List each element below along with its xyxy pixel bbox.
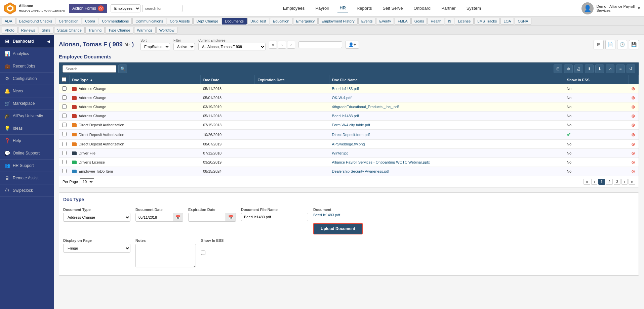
sidebar-item-remote-assist[interactable]: 🖥 Remote Assist: [0, 172, 54, 184]
sidebar-item-news[interactable]: 🔔 News: [0, 85, 54, 97]
subnav-events[interactable]: Events: [358, 18, 376, 25]
sidebar-item-help[interactable]: ❓ Help: [0, 135, 54, 147]
doc-file-link-4[interactable]: Form W-4 city table.pdf: [332, 123, 370, 127]
delete-row-button-7[interactable]: ⊗: [631, 150, 635, 156]
doc-file-link-1[interactable]: OK-W-4.pdf: [332, 96, 352, 100]
upload-document-button[interactable]: Upload Document: [313, 223, 363, 234]
doc-columns-button[interactable]: ≡: [616, 64, 625, 73]
row-checkbox-9[interactable]: [62, 169, 67, 173]
sidebar-item-configuration[interactable]: ⚙ Configuration: [0, 73, 54, 85]
doc-file-link-6[interactable]: APSweblogo.fw.png: [332, 142, 365, 146]
show-ess-checkbox[interactable]: [201, 251, 205, 255]
doc-file-link-5[interactable]: Direct.Deposit.form.pdf: [332, 133, 370, 137]
nav-system[interactable]: System: [465, 4, 483, 12]
doc-file-link-7[interactable]: Winter.jpg: [332, 151, 349, 155]
subnav-everify[interactable]: EVerify: [376, 18, 394, 25]
sidebar-item-hr-support[interactable]: 👥 HR Support: [0, 160, 54, 172]
display-page-select[interactable]: Fringe: [63, 244, 130, 253]
exp-date-calendar-button[interactable]: 📅: [226, 213, 236, 221]
last-page-button[interactable]: »: [629, 179, 635, 185]
subnav-status-change[interactable]: Status Change: [54, 27, 85, 34]
col-show-ess[interactable]: Show In ESS: [564, 75, 628, 84]
subnav-fmla[interactable]: FMLA: [395, 18, 410, 25]
nav-hr[interactable]: HR: [337, 4, 348, 12]
per-page-select[interactable]: 10 25 50: [80, 178, 94, 185]
list-view-button[interactable]: 📄: [605, 40, 615, 49]
subnav-goals[interactable]: Goals: [411, 18, 427, 25]
notes-textarea[interactable]: [135, 244, 196, 267]
doc-export-button[interactable]: ⬆: [585, 64, 594, 73]
page-1-button[interactable]: 1: [598, 179, 605, 185]
first-page-button[interactable]: «: [583, 179, 590, 185]
doc-file-name-input[interactable]: [241, 213, 308, 221]
subnav-drug-test[interactable]: Drug Test: [247, 18, 269, 25]
doc-add-button[interactable]: ⊕: [564, 64, 573, 73]
doc-refresh-button[interactable]: ↺: [627, 64, 635, 73]
nav-self-serve[interactable]: Self Serve: [380, 4, 405, 12]
delete-row-button-0[interactable]: ⊗: [631, 86, 635, 91]
doc-file-link-3[interactable]: BeerLic1483.pdf: [332, 114, 359, 118]
doc-file-link[interactable]: BeerLic1483.pdf: [313, 213, 363, 217]
add-employee-button[interactable]: 👤+: [346, 41, 359, 49]
delete-row-button-2[interactable]: ⊗: [631, 104, 635, 109]
subnav-commendations[interactable]: Commendations: [99, 18, 132, 25]
subnav-communications[interactable]: Communications: [132, 18, 166, 25]
employee-search-input[interactable]: [298, 41, 342, 48]
nav-next-button[interactable]: ›: [287, 41, 295, 49]
exp-date-input[interactable]: [189, 214, 226, 221]
col-doc-date[interactable]: Doc Date: [200, 75, 254, 84]
subnav-type-change[interactable]: Type Change: [105, 27, 133, 34]
doc-date-input[interactable]: [136, 214, 173, 221]
subnav-health[interactable]: Health: [428, 18, 444, 25]
select-all-checkbox[interactable]: [62, 77, 66, 82]
subnav-ada[interactable]: ADA: [2, 18, 15, 25]
delete-row-button-3[interactable]: ⊗: [631, 113, 635, 119]
col-file-name[interactable]: Doc File Name: [329, 75, 564, 84]
row-checkbox-4[interactable]: [62, 123, 67, 127]
nav-employees[interactable]: Employees: [281, 4, 307, 12]
nav-prev-button[interactable]: ‹: [278, 41, 286, 49]
row-checkbox-5[interactable]: [62, 132, 67, 136]
sidebar-item-recent-jobs[interactable]: 💼 Recent Jobs: [0, 60, 54, 73]
subnav-training[interactable]: Training: [85, 27, 105, 34]
doc-file-link-9[interactable]: Dealership Security Awareness.pdf: [332, 169, 389, 173]
subnav-skills[interactable]: Skills: [39, 27, 53, 34]
subnav-employment-history[interactable]: Employment History: [318, 18, 357, 25]
row-checkbox-3[interactable]: [62, 114, 67, 118]
subnav-workflow[interactable]: Workflow: [156, 27, 177, 34]
subnav-dept-change[interactable]: Dept Change: [193, 18, 221, 25]
sidebar-item-ideas[interactable]: 💡 Ideas: [0, 122, 54, 135]
page-3-button[interactable]: 3: [614, 179, 620, 185]
next-page-button[interactable]: ›: [621, 179, 628, 185]
sidebar-item-online-support[interactable]: 💬 Online Support: [0, 147, 54, 160]
col-exp-date[interactable]: Expiration Date: [255, 75, 329, 84]
doc-print-button[interactable]: 🖨: [574, 64, 583, 73]
nav-onboard[interactable]: Onboard: [411, 4, 433, 12]
global-search-input[interactable]: [142, 5, 183, 12]
doc-file-link-8[interactable]: Alliance Payroll Services - Onboarding W…: [332, 160, 430, 164]
eye-icon[interactable]: 👁: [125, 42, 130, 48]
subnav-education[interactable]: Education: [270, 18, 292, 25]
nav-partner[interactable]: Partner: [439, 4, 458, 12]
sort-select[interactable]: EmpStatus: [140, 43, 170, 50]
row-checkbox-1[interactable]: [62, 95, 67, 100]
current-emp-select[interactable]: A - Alonso, Tomas F 909: [198, 43, 266, 50]
doc-file-link-0[interactable]: BeerLic1483.pdf: [332, 87, 359, 91]
nav-payroll[interactable]: Payroll: [313, 4, 331, 12]
subnav-i9[interactable]: I9: [445, 18, 454, 25]
sidebar-item-dashboard[interactable]: ⊞ Dashboard ◀: [0, 35, 54, 48]
row-checkbox-2[interactable]: [62, 104, 67, 109]
col-doc-type[interactable]: Doc Type ▲: [69, 75, 200, 84]
prev-page-button[interactable]: ‹: [591, 179, 597, 185]
doc-file-link-2[interactable]: 4thgradeEducational_Products,_Inc_.pdf: [332, 105, 399, 109]
subnav-warnings[interactable]: Warnings: [134, 27, 156, 34]
nav-prev-prev-button[interactable]: «: [269, 41, 277, 49]
grid-view-button[interactable]: ⊞: [594, 40, 604, 49]
subnav-reviews[interactable]: Reviews: [18, 27, 38, 34]
subnav-osha[interactable]: OSHA: [515, 18, 531, 25]
history-button[interactable]: 🕓: [617, 40, 627, 49]
doc-search-button[interactable]: 🔍: [118, 64, 127, 73]
sidebar-item-marketplace[interactable]: 🛒 Marketplace: [0, 97, 54, 110]
doc-search-input[interactable]: [63, 65, 116, 73]
delete-row-button-5[interactable]: ⊗: [631, 132, 635, 137]
